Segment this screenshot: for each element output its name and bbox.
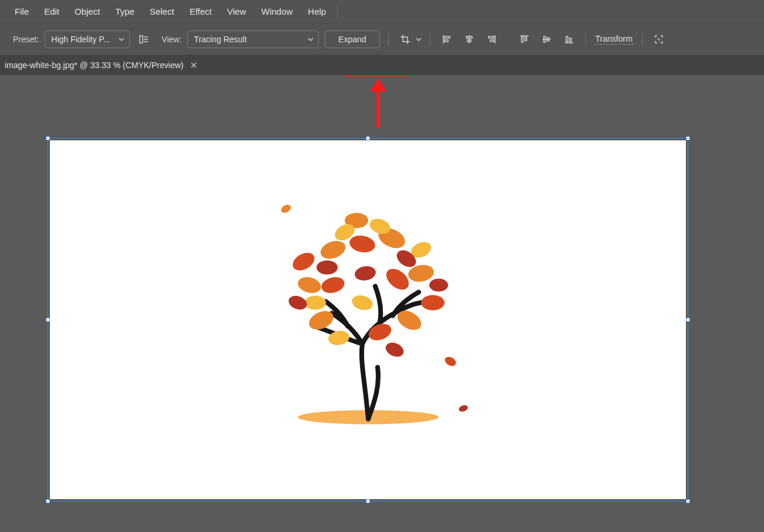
document-tab[interactable]: image-white-bg.jpg* @ 33.33 % (CMYK/Prev… — [0, 55, 207, 75]
menu-select[interactable]: Select — [142, 0, 182, 23]
svg-rect-14 — [521, 37, 523, 42]
selection-handle-bl[interactable] — [46, 499, 50, 503]
separator — [585, 32, 586, 46]
menu-window[interactable]: Window — [254, 0, 300, 23]
annotation-arrow-icon — [368, 79, 389, 129]
svg-rect-6 — [445, 40, 448, 42]
annotation-highlight-box — [344, 75, 411, 76]
svg-rect-15 — [525, 37, 527, 41]
svg-rect-20 — [566, 36, 568, 42]
menu-object[interactable]: Object — [67, 0, 107, 23]
control-bar: Preset: High Fidelity P... View: Tracing… — [0, 23, 764, 55]
svg-rect-21 — [570, 38, 571, 42]
align-left-button[interactable] — [439, 31, 455, 48]
chevron-down-icon — [308, 38, 314, 41]
selection-handle-br[interactable] — [686, 499, 690, 503]
tracing-options-button[interactable] — [136, 31, 152, 48]
svg-rect-5 — [445, 36, 450, 38]
svg-rect-12 — [490, 40, 494, 42]
view-label: View: — [161, 35, 181, 44]
menu-edit[interactable]: Edit — [36, 0, 67, 23]
canvas-stage[interactable] — [0, 75, 764, 532]
menu-file[interactable]: File — [7, 0, 36, 23]
align-bottom-button[interactable] — [561, 31, 577, 48]
separator — [642, 32, 642, 46]
preset-value: High Fidelity P... — [51, 35, 110, 44]
svg-marker-23 — [370, 79, 386, 92]
expand-button[interactable]: Expand — [325, 31, 379, 48]
menu-help[interactable]: Help — [300, 0, 334, 23]
selection-handle-tl[interactable] — [46, 136, 50, 140]
preset-dropdown[interactable]: High Fidelity P... — [45, 31, 130, 48]
menu-view[interactable]: View — [220, 0, 254, 23]
align-right-button[interactable] — [483, 31, 500, 48]
selection-handle-bm[interactable] — [366, 499, 370, 503]
preset-label: Preset: — [13, 35, 39, 44]
document-tab-bar: image-white-bg.jpg* @ 33.33 % (CMYK/Prev… — [0, 55, 764, 75]
menu-separator — [337, 5, 338, 18]
selection-handle-tm[interactable] — [366, 136, 370, 140]
transform-link[interactable]: Transform — [594, 34, 634, 45]
separator — [430, 32, 430, 46]
align-vcenter-button[interactable] — [538, 31, 555, 48]
view-dropdown[interactable]: Tracing Result — [187, 31, 319, 48]
isolate-button[interactable] — [651, 31, 667, 48]
chevron-down-icon[interactable] — [416, 38, 422, 41]
close-icon[interactable] — [189, 60, 198, 70]
selection-bounding-box — [48, 138, 688, 501]
chevron-down-icon — [119, 38, 124, 41]
selection-handle-ml[interactable] — [46, 318, 50, 322]
document-tab-title: image-white-bg.jpg* @ 33.33 % (CMYK/Prev… — [5, 60, 183, 70]
view-value: Tracing Result — [194, 35, 247, 44]
menu-type[interactable]: Type — [107, 0, 142, 23]
svg-rect-11 — [489, 36, 494, 38]
expand-label: Expand — [338, 35, 366, 44]
crop-image-button[interactable] — [397, 31, 413, 48]
separator — [388, 32, 389, 46]
menu-effect[interactable]: Effect — [182, 0, 220, 23]
align-hcenter-button[interactable] — [461, 31, 477, 48]
menu-bar: File Edit Object Type Select Effect View… — [0, 0, 764, 23]
selection-handle-tr[interactable] — [686, 136, 690, 140]
svg-rect-0 — [140, 36, 143, 43]
align-top-button[interactable] — [516, 31, 533, 48]
selection-handle-mr[interactable] — [686, 318, 690, 322]
